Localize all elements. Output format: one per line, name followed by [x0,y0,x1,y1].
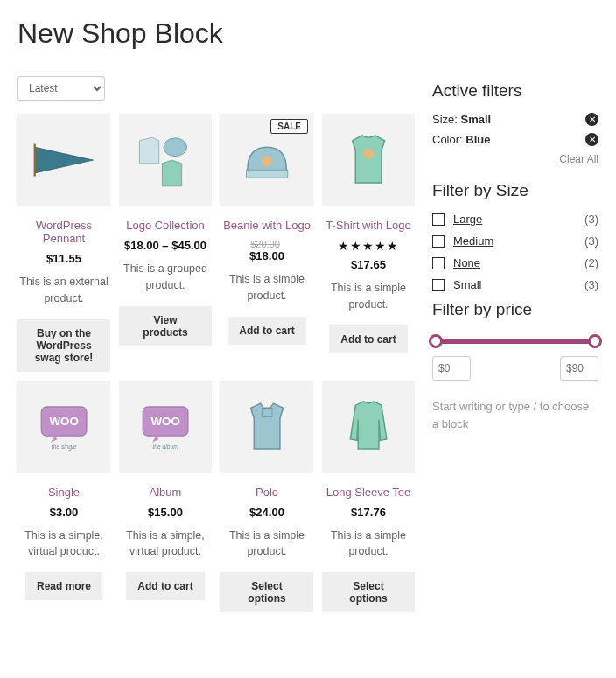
product-description: This is an external product. [18,274,110,307]
product-price: $3.00 [18,506,110,519]
product-price: $15.00 [119,506,212,519]
product-image[interactable]: SALE [220,114,313,206]
product-image[interactable]: WOOthe album [119,381,212,473]
sale-badge: SALE [270,119,308,134]
product-description: This is a simple product. [220,271,313,304]
product-description: This is a simple, virtual product. [119,528,212,561]
product-name-link[interactable]: Logo Collection [119,219,212,232]
product-name-link[interactable]: WordPress Pennant [18,219,110,245]
size-label[interactable]: None [453,256,480,269]
price-max-input[interactable] [560,356,598,381]
product-image[interactable] [322,114,415,206]
product-action-button[interactable]: Select options [322,572,415,612]
svg-marker-0 [35,147,94,173]
size-count: (3) [584,213,598,226]
product-price: $18.00 – $45.00 [119,239,212,252]
product-price: $17.76 [322,506,415,519]
product-description: This is a grouped product. [119,261,212,294]
size-filter-heading: Filter by Size [432,181,598,200]
product-price: $11.55 [18,252,110,265]
product-card: Polo $24.00 This is a simple product. Se… [220,381,313,613]
product-action-button[interactable]: Add to cart [329,325,407,353]
product-image[interactable] [220,381,313,473]
page-title: New Shop Block [18,17,598,50]
active-filter-text: Color: Blue [432,133,490,146]
product-name-link[interactable]: Long Sleeve Tee [322,486,415,499]
product-name-link[interactable]: Album [119,486,212,499]
size-label[interactable]: Small [453,278,482,291]
size-label[interactable]: Large [453,213,482,226]
product-description: This is a simple product. [220,528,313,561]
product-name-link[interactable]: Polo [220,486,313,499]
active-filter-text: Size: Small [432,113,491,126]
product-card: T-Shirt with Logo ★★★★★ $17.65 This is a… [322,114,415,372]
product-name-link[interactable]: Single [18,486,110,499]
product-area: Latest WordPress Pennant $11.55 This is … [18,76,415,647]
product-name-link[interactable]: T-Shirt with Logo [322,219,415,232]
clear-all-link[interactable]: Clear All [432,153,598,165]
product-image[interactable] [119,114,212,206]
size-filter-row: Small(3) [432,278,598,291]
product-price: $24.00 [220,506,313,519]
price-slider[interactable] [432,339,598,344]
svg-point-2 [164,138,187,157]
product-image[interactable]: WOOthe single [18,381,110,473]
svg-point-4 [262,157,272,167]
size-checkbox[interactable] [432,235,444,248]
product-action-button[interactable]: Buy on the WordPress swag store! [18,319,110,372]
svg-text:WOO: WOO [150,415,179,428]
active-filter-row: Color: Blue✕ [432,133,598,146]
size-count: (3) [584,278,598,291]
size-label[interactable]: Medium [453,234,494,248]
size-checkbox[interactable] [432,257,444,269]
product-description: This is a simple product. [322,528,415,561]
product-action-button[interactable]: View products [119,306,212,346]
block-placeholder[interactable]: Start writing or type / to choose a bloc… [432,398,598,432]
active-filters-heading: Active filters [432,81,598,101]
price-min-knob[interactable] [429,334,443,348]
size-checkbox[interactable] [432,279,444,291]
product-grid: WordPress Pennant $11.55 This is an exte… [18,114,415,612]
size-filter-row: None(2) [432,256,598,269]
product-card: Logo Collection $18.00 – $45.00 This is … [119,114,212,372]
product-price: $20.00$18.00 [220,239,313,262]
size-count: (3) [584,234,598,248]
star-rating: ★★★★★ [322,239,415,253]
product-action-button[interactable]: Select options [220,572,313,612]
product-description: This is a simple, virtual product. [18,528,110,561]
product-action-button[interactable]: Add to cart [228,317,305,345]
old-price: $20.00 [220,239,310,249]
product-image[interactable] [322,381,415,473]
size-count: (2) [584,256,598,269]
product-name-link[interactable]: Beanie with Logo [220,219,313,232]
active-filter-row: Size: Small✕ [432,113,598,126]
product-card: WOOthe single Single $3.00 This is a sim… [18,381,110,613]
sort-dropdown[interactable]: Latest [18,76,105,101]
product-card: WordPress Pennant $11.55 This is an exte… [18,114,110,372]
svg-point-5 [363,149,374,159]
product-card: WOOthe album Album $15.00 This is a simp… [119,381,212,613]
size-filter-row: Large(3) [432,213,598,226]
product-description: This is a simple product. [322,280,415,313]
price-filter-heading: Filter by price [432,300,598,319]
size-checkbox[interactable] [432,213,444,226]
svg-text:WOO: WOO [49,415,78,428]
svg-text:the album: the album [152,444,178,450]
product-action-button[interactable]: Read more [25,572,102,600]
product-card: SALE Beanie with Logo $20.00$18.00 This … [220,114,313,372]
product-action-button[interactable]: Add to cart [126,572,204,600]
price-min-input[interactable] [432,356,471,381]
svg-text:the single: the single [52,444,77,451]
svg-rect-3 [246,170,287,178]
remove-filter-icon[interactable]: ✕ [585,113,598,126]
sidebar: Active filters Size: Small✕Color: Blue✕ … [432,76,598,647]
product-card: Long Sleeve Tee $17.76 This is a simple … [322,381,415,613]
size-filter-row: Medium(3) [432,234,598,248]
product-image[interactable] [18,114,110,206]
product-price: $17.65 [322,258,415,271]
price-max-knob[interactable] [588,334,602,348]
remove-filter-icon[interactable]: ✕ [585,133,598,146]
